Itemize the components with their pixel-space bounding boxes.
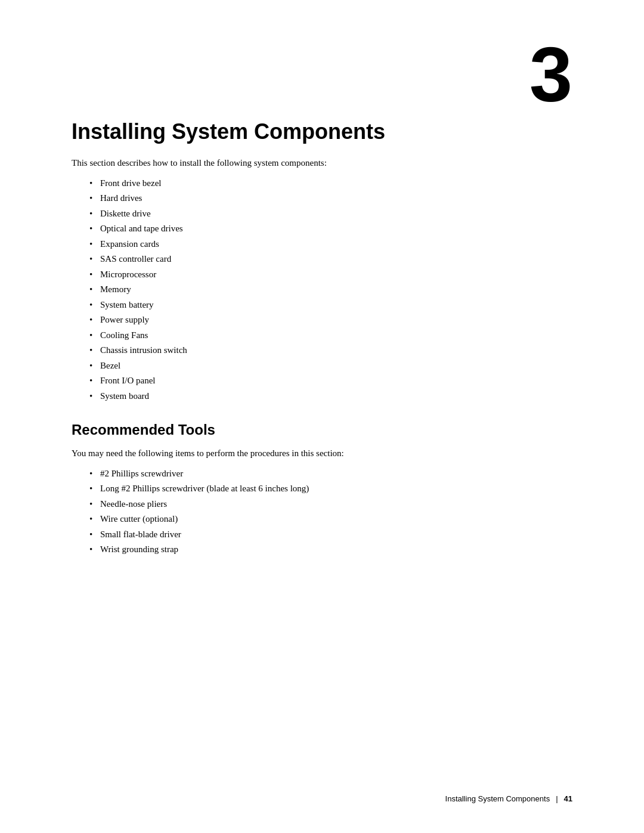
list-item: Optical and tape drives: [89, 221, 572, 237]
list-item: Wrist grounding strap: [89, 542, 572, 558]
list-item: SAS controller card: [89, 252, 572, 267]
footer-separator: |: [556, 794, 558, 803]
list-item: Expansion cards: [89, 237, 572, 252]
list-item: Bezel: [89, 358, 572, 374]
footer-page: 41: [564, 794, 572, 803]
list-item: System battery: [89, 298, 572, 313]
page-footer: Installing System Components | 41: [445, 794, 572, 803]
list-item: Chassis intrusion switch: [89, 343, 572, 358]
list-item: Diskette drive: [89, 206, 572, 222]
page: 3 Installing System Components This sect…: [0, 0, 644, 833]
list-item: Front I/O panel: [89, 373, 572, 389]
chapter-number: 3: [72, 36, 572, 113]
tools-list: #2 Phillips screwdriverLong #2 Phillips …: [89, 466, 572, 558]
list-item: Microprocessor: [89, 267, 572, 283]
chapter-intro: This section describes how to install th…: [72, 156, 572, 170]
list-item: Wire cutter (optional): [89, 512, 572, 527]
list-item: Needle-nose pliers: [89, 497, 572, 512]
list-item: Hard drives: [89, 191, 572, 206]
footer-label: Installing System Components: [445, 794, 550, 803]
list-item: Small flat-blade driver: [89, 527, 572, 543]
list-item: #2 Phillips screwdriver: [89, 466, 572, 482]
list-item: Memory: [89, 282, 572, 298]
chapter-title: Installing System Components: [72, 119, 572, 144]
list-item: Front drive bezel: [89, 176, 572, 191]
list-item: System board: [89, 389, 572, 404]
list-item: Cooling Fans: [89, 328, 572, 343]
components-list: Front drive bezelHard drivesDiskette dri…: [89, 176, 572, 404]
list-item: Power supply: [89, 312, 572, 328]
list-item: Long #2 Phillips screwdriver (blade at l…: [89, 481, 572, 497]
recommended-tools-title: Recommended Tools: [72, 422, 572, 438]
tools-intro: You may need the following items to perf…: [72, 447, 572, 460]
